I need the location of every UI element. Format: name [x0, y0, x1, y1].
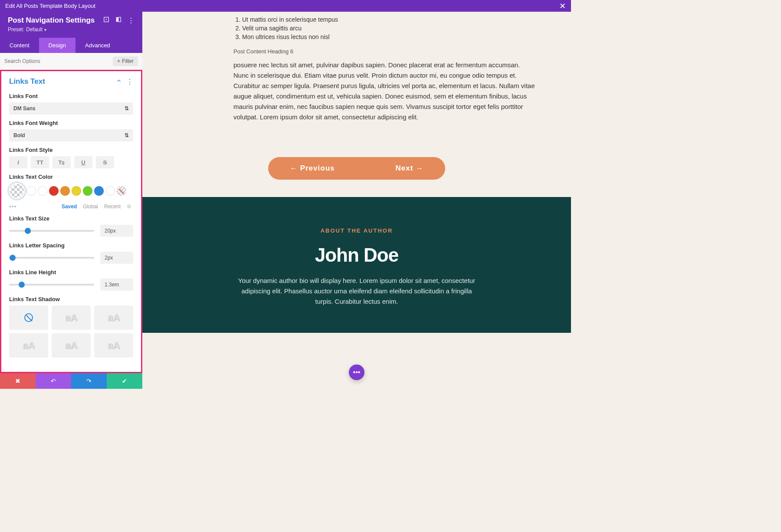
- footer-buttons: ✖ ↶ ↷ ✔: [0, 373, 142, 389]
- italic-button[interactable]: I: [9, 156, 27, 168]
- style-label: Links Font Style: [9, 147, 133, 153]
- svg-rect-3: [118, 17, 121, 22]
- shadow-label: Links Text Shadow: [9, 296, 133, 302]
- shadow-preset[interactable]: aA: [9, 333, 48, 358]
- color-swatch-empty[interactable]: [38, 186, 47, 196]
- filter-button[interactable]: +Filter: [113, 56, 138, 66]
- fab-more-icon[interactable]: •••: [349, 365, 364, 380]
- font-select[interactable]: DM Sans ⇅: [9, 102, 133, 115]
- svg-rect-2: [116, 17, 118, 22]
- updown-icon: ⇅: [125, 105, 129, 112]
- gear-icon[interactable]: ⚙: [127, 204, 131, 210]
- preset-selector[interactable]: Preset: Default ▾: [8, 26, 135, 33]
- color-swatch[interactable]: [60, 186, 70, 196]
- color-swatch[interactable]: [49, 186, 59, 196]
- kebab-icon[interactable]: ⋮: [126, 78, 133, 86]
- spacing-value[interactable]: 2px: [100, 252, 133, 264]
- paragraph: posuere nec lectus sit amet, pulvinar da…: [233, 60, 536, 122]
- save-button[interactable]: ✔: [107, 373, 142, 389]
- weight-select[interactable]: Bold ⇅: [9, 129, 133, 141]
- svg-point-1: [106, 19, 107, 20]
- undo-button[interactable]: ↶: [36, 373, 71, 389]
- focus-icon[interactable]: [103, 16, 109, 24]
- collapse-icon[interactable]: [116, 78, 122, 85]
- settings-title: Post Navigation Settings: [8, 16, 95, 25]
- kebab-icon[interactable]: ⋮: [128, 16, 135, 25]
- prev-link[interactable]: ← Previous: [290, 164, 335, 173]
- spacing-slider[interactable]: [9, 257, 94, 259]
- tab-content[interactable]: Content: [0, 38, 39, 53]
- font-label: Links Font: [9, 93, 133, 99]
- color-swatch-none[interactable]: [117, 186, 126, 196]
- canvas[interactable]: Ut mattis orci in scelerisque tempus Vel…: [142, 12, 571, 389]
- color-tab-global[interactable]: Global: [83, 204, 98, 210]
- color-swatch[interactable]: [72, 186, 81, 196]
- list-item: Ut mattis orci in scelerisque tempus: [242, 16, 536, 23]
- size-slider[interactable]: [9, 230, 94, 232]
- author-section: ABOUT THE AUTHOR John Doe Your dynamic a…: [142, 197, 571, 333]
- more-dots-icon[interactable]: •••: [9, 203, 17, 210]
- panel-body: Links Text ⋮ Links Font DM Sans ⇅ Links …: [0, 70, 142, 373]
- discard-button[interactable]: ✖: [0, 373, 36, 389]
- author-bio: Your dynamic author bio will display her…: [235, 276, 478, 307]
- panel-icon[interactable]: [115, 16, 121, 24]
- lineheight-value[interactable]: 1.3em: [100, 279, 133, 291]
- shadow-preset[interactable]: aA: [94, 305, 133, 330]
- uppercase-button[interactable]: TT: [31, 156, 49, 168]
- lineheight-slider[interactable]: [9, 284, 94, 286]
- settings-tabs: Content Design Advanced: [0, 38, 142, 53]
- tab-design[interactable]: Design: [39, 38, 75, 53]
- list-item: Velit urna sagittis arcu: [242, 25, 536, 32]
- post-navigation: ← Previous Next →: [142, 144, 571, 197]
- color-tab-saved[interactable]: Saved: [62, 204, 77, 210]
- weight-label: Links Font Weight: [9, 120, 133, 126]
- app-header: Edit All Posts Template Body Layout ✕: [0, 0, 571, 12]
- spacing-label: Links Letter Spacing: [9, 242, 133, 249]
- strike-button[interactable]: S: [96, 156, 114, 168]
- color-swatch[interactable]: [83, 186, 92, 196]
- color-swatch-empty[interactable]: [105, 186, 115, 196]
- settings-header: Post Navigation Settings ⋮ Preset: Defau…: [0, 12, 142, 38]
- author-label: ABOUT THE AUTHOR: [194, 227, 519, 234]
- search-row: +Filter: [0, 53, 142, 70]
- author-name: John Doe: [194, 244, 519, 266]
- color-label: Links Text Color: [9, 174, 133, 180]
- color-tab-recent[interactable]: Recent: [104, 204, 121, 210]
- shadow-preset[interactable]: aA: [52, 305, 91, 330]
- next-link[interactable]: Next →: [395, 164, 423, 173]
- shadow-preset[interactable]: aA: [94, 333, 133, 358]
- size-label: Links Text Size: [9, 215, 133, 222]
- lineheight-label: Links Line Height: [9, 269, 133, 276]
- close-icon[interactable]: ✕: [559, 1, 566, 11]
- underline-button[interactable]: U: [74, 156, 92, 168]
- ordered-list: Ut mattis orci in scelerisque tempus Vel…: [233, 16, 536, 40]
- chevron-down-icon: ▾: [44, 27, 46, 32]
- smallcaps-button[interactable]: Tꜱ: [53, 156, 71, 168]
- color-swatch-empty[interactable]: [26, 186, 36, 196]
- updown-icon: ⇅: [125, 132, 129, 138]
- search-input[interactable]: [4, 58, 113, 64]
- shadow-preset[interactable]: aA: [52, 333, 91, 358]
- redo-button[interactable]: ↷: [71, 373, 107, 389]
- shadow-none[interactable]: [9, 305, 48, 330]
- list-item: Mon ultrices risus lectus non nisl: [242, 33, 536, 40]
- color-current-swatch[interactable]: [9, 183, 25, 199]
- size-value[interactable]: 20px: [100, 225, 133, 237]
- settings-sidebar: Post Navigation Settings ⋮ Preset: Defau…: [0, 12, 142, 389]
- heading-6: Post Content Heading 6: [233, 48, 536, 55]
- header-title: Edit All Posts Template Body Layout: [5, 3, 95, 9]
- color-swatch[interactable]: [94, 186, 104, 196]
- section-title[interactable]: Links Text: [9, 77, 45, 86]
- tab-advanced[interactable]: Advanced: [75, 38, 120, 53]
